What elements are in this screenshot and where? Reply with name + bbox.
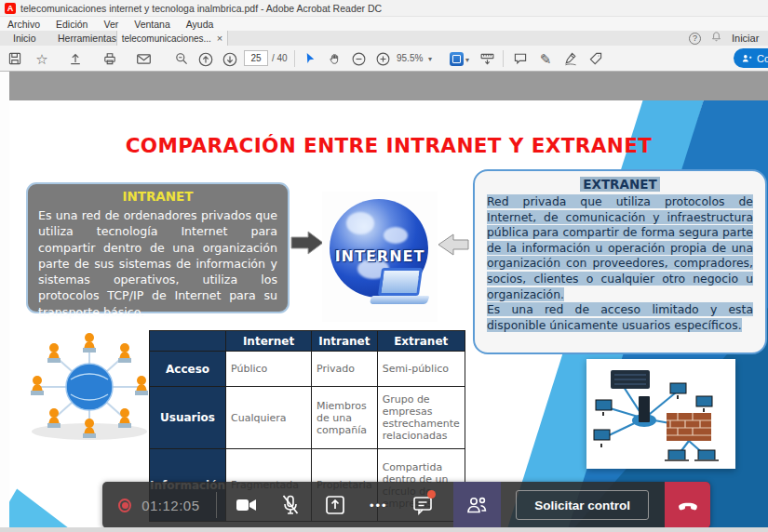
table-corner-cell xyxy=(150,331,226,352)
slide-title: COMPARACIÓN ENTRE INTRANET Y EXTRANET xyxy=(93,134,684,157)
laptop-base xyxy=(370,296,430,304)
arrow-left-icon xyxy=(438,233,469,256)
pencil-icon: ✎ xyxy=(540,52,552,66)
page-display-caret-icon[interactable]: ▾ xyxy=(465,56,469,64)
menu-ventana[interactable]: Ventana xyxy=(134,19,170,30)
help-icon[interactable]: ? xyxy=(689,33,701,45)
camera-icon xyxy=(236,496,258,514)
previous-page-button[interactable] xyxy=(195,49,216,70)
laptop-screen xyxy=(378,268,423,296)
fill-sign-button[interactable] xyxy=(560,48,581,69)
recording-indicator-icon xyxy=(118,499,131,512)
hang-up-icon xyxy=(676,496,700,514)
people-network-image xyxy=(19,331,160,446)
page-down-icon xyxy=(222,51,238,68)
upload-icon xyxy=(68,51,83,66)
tab-inicio[interactable]: Inicio xyxy=(13,31,36,46)
microphone-muted-button[interactable] xyxy=(276,488,306,522)
zoom-out-button[interactable] xyxy=(348,48,369,69)
stamp-button[interactable] xyxy=(586,48,606,69)
network-diagram-graphic xyxy=(586,359,735,469)
cell-usuarios-intranet: Miembros de una compañía xyxy=(312,387,378,449)
search-button[interactable] xyxy=(171,48,192,69)
pdf-page: COMPARACIÓN ENTRE INTRANET Y EXTRANET IN… xyxy=(9,100,768,532)
window-bottom-strip xyxy=(0,527,768,532)
page-display-button[interactable] xyxy=(446,48,466,69)
star-icon: ☆ xyxy=(35,52,47,66)
person-plus-icon xyxy=(741,53,752,64)
bell-icon[interactable] xyxy=(710,30,722,47)
save-icon xyxy=(7,51,22,66)
tab-bar-right: ? Iniciar xyxy=(689,31,768,46)
save-button[interactable] xyxy=(5,48,25,69)
camera-button[interactable] xyxy=(231,488,262,522)
table-header-intranet: Intranet xyxy=(312,331,378,352)
arrow-right-icon xyxy=(290,231,324,255)
teams-call-bar: 01:12:05 ••• Solicitar control xyxy=(102,482,710,528)
ruler-icon xyxy=(479,51,495,67)
comment-bubble-icon xyxy=(513,51,528,66)
signature-pen-icon xyxy=(563,51,578,66)
tab-document[interactable]: telecomunicaciones... × xyxy=(116,31,228,46)
tab-document-label: telecomunicaciones... xyxy=(122,33,211,44)
share-button-label: Co xyxy=(757,53,768,64)
comment-button[interactable] xyxy=(510,48,531,69)
participants-button[interactable] xyxy=(453,482,502,528)
page-total: / 40 xyxy=(272,53,288,63)
page-number-input[interactable] xyxy=(244,50,268,66)
tab-herramientas[interactable]: Herramientas xyxy=(58,31,116,46)
menu-edicion[interactable]: Edición xyxy=(56,19,88,30)
menu-archivo[interactable]: Archivo xyxy=(7,19,40,30)
menu-ayuda[interactable]: Ayuda xyxy=(186,19,214,30)
row-label-usuarios: Usuarios xyxy=(150,387,226,449)
adobe-acrobat-icon: A xyxy=(5,3,16,14)
sign-in-link[interactable]: Iniciar xyxy=(732,33,759,44)
upload-button[interactable] xyxy=(65,48,86,69)
zoom-out-icon xyxy=(351,51,367,67)
email-button[interactable] xyxy=(133,48,154,69)
main-toolbar: ☆ / 40 xyxy=(0,46,768,72)
favorites-button[interactable]: ☆ xyxy=(32,48,52,69)
acrobat-window: A telecomunicaciones internet y tecnolog… xyxy=(0,0,768,532)
measure-button[interactable] xyxy=(477,48,497,69)
table-header-extranet: Extranet xyxy=(377,331,465,352)
document-area: COMPARACIÓN ENTRE INTRANET Y EXTRANET IN… xyxy=(0,72,768,532)
call-bar-divider xyxy=(216,492,217,518)
print-button[interactable] xyxy=(100,48,120,69)
highlight-button[interactable]: ✎ xyxy=(535,48,556,69)
extranet-paragraph-2: Es una red de acceso limitado y esta dis… xyxy=(487,302,753,332)
hand-icon xyxy=(328,51,342,66)
table-header-internet: Internet xyxy=(226,331,312,352)
more-options-button[interactable]: ••• xyxy=(363,488,394,522)
row-label-acceso: Acceso xyxy=(150,352,226,387)
share-button[interactable]: Co xyxy=(734,48,768,68)
intranet-heading: INTRANET xyxy=(38,189,277,204)
tab-close-icon[interactable]: × xyxy=(217,33,222,44)
ellipsis-icon: ••• xyxy=(370,499,388,512)
printer-icon xyxy=(102,51,117,66)
menu-ver[interactable]: Ver xyxy=(103,19,118,30)
request-control-button[interactable]: Solicitar control xyxy=(516,490,649,520)
call-timer: 01:12:05 xyxy=(141,498,199,513)
menu-bar: Archivo Edición Ver Ventana Ayuda xyxy=(0,17,768,31)
page-display-icon xyxy=(450,52,464,66)
extranet-paragraph-1: Red privada que utiliza protocolos de In… xyxy=(487,194,753,301)
table-row: Acceso Público Privado Semi-público xyxy=(150,352,465,387)
search-icon xyxy=(174,51,189,66)
stamp-tag-icon xyxy=(588,51,603,66)
hand-tool-button[interactable] xyxy=(324,48,344,69)
participants-icon xyxy=(465,494,489,516)
page-up-icon xyxy=(197,51,214,68)
next-page-button[interactable] xyxy=(220,49,240,70)
select-tool-button[interactable] xyxy=(300,48,320,69)
intranet-description: Es una red de ordenadores privados que u… xyxy=(38,207,277,320)
cell-usuarios-extranet: Grupo de empresas estrechamente relacion… xyxy=(377,387,465,449)
zoom-in-icon xyxy=(375,51,391,67)
hang-up-button[interactable] xyxy=(665,482,710,528)
extranet-box: EXTRANET Red privada que utiliza protoco… xyxy=(473,169,767,354)
zoom-in-button[interactable] xyxy=(372,48,393,69)
zoom-level[interactable]: 95.5% ▾ xyxy=(397,53,432,63)
cell-acceso-extranet: Semi-público xyxy=(377,352,465,387)
chat-button[interactable] xyxy=(407,488,438,522)
share-screen-button[interactable] xyxy=(319,488,350,522)
